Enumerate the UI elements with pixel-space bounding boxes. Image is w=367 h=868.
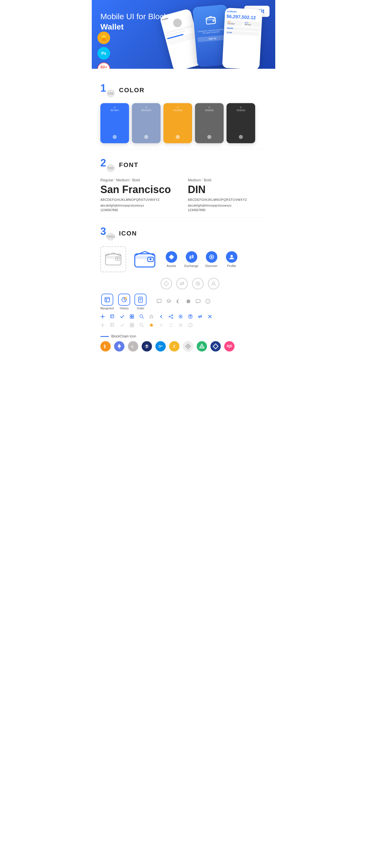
svg-point-58 (172, 314, 173, 316)
ltc-icon: Ł (128, 341, 138, 351)
color-section-num: 1 ONE (101, 83, 115, 97)
svg-point-59 (169, 316, 170, 317)
svg-text:D: D (159, 345, 161, 348)
svg-text:Z: Z (173, 344, 175, 348)
discover-icon (206, 251, 217, 263)
edit-outline-icon (110, 323, 115, 329)
svg-rect-48 (111, 315, 114, 318)
svg-marker-94 (187, 345, 189, 347)
svg-rect-30 (105, 297, 110, 302)
eth-svg (116, 343, 122, 349)
waves-svg (226, 343, 232, 349)
svg-marker-57 (150, 315, 153, 318)
svg-rect-35 (139, 297, 142, 302)
chat-icon (157, 299, 162, 305)
blockchain-label-row: BlockChain Icon (101, 334, 266, 338)
blockchain-line (101, 336, 109, 337)
svg-text:i: i (190, 324, 191, 327)
svg-point-27 (196, 282, 200, 286)
font-section-num: 2 TWO (101, 158, 115, 172)
svg-point-77 (140, 323, 143, 326)
svg-marker-40 (167, 299, 171, 301)
eth-icon (114, 341, 124, 351)
color-swatch-blue: #3574FA (101, 103, 129, 143)
speech-bubble-icon (196, 299, 201, 305)
layers-icon (166, 299, 171, 305)
svg-marker-22 (169, 254, 174, 259)
assets-icon-item: Assets (163, 251, 179, 268)
color-swatch-slate: #8DA0C8 (132, 103, 161, 143)
ltc-svg: Ł (130, 343, 136, 349)
svg-text:i: i (207, 300, 208, 303)
hero-badges: Ps 60+ Screens (97, 32, 110, 69)
cross-outline-icon (178, 323, 183, 329)
svg-point-25 (230, 255, 233, 257)
svg-rect-75 (130, 326, 132, 327)
back-outline-icon (159, 323, 163, 329)
discover-svg (208, 254, 215, 260)
order-svg (137, 297, 144, 303)
diamond-icon (210, 341, 221, 351)
svg-rect-42 (196, 299, 200, 303)
profile-outline-svg (211, 281, 217, 286)
crypto-icons-row: ₿ Ł D (101, 341, 266, 351)
font-grid: Regular ' Medium ' Bold San Francisco AB… (101, 178, 266, 212)
exchange-outline-svg (179, 281, 185, 286)
svg-line-62 (170, 317, 172, 318)
management-icons-row: Mangment History (101, 293, 266, 310)
assets-icon (166, 251, 177, 263)
svg-rect-14 (106, 254, 121, 265)
svg-text:Ł: Ł (132, 345, 134, 349)
svg-rect-15 (106, 256, 121, 259)
color-swatch-dark: #303030 (227, 103, 255, 143)
history-svg (121, 297, 127, 303)
info-icon: i (205, 299, 210, 305)
btc-svg: ₿ (102, 343, 109, 349)
search-outline-icon (139, 323, 144, 329)
svg-point-60 (172, 317, 173, 318)
wallet-hero-icon (205, 16, 216, 25)
ark-svg (199, 343, 205, 349)
nav-icons-filled: Assets Exchange (163, 251, 239, 268)
svg-point-28 (197, 283, 198, 284)
qr-icon (130, 314, 134, 320)
wallet-icon-guidelines (101, 246, 126, 272)
profile-icon-outline (208, 278, 219, 289)
svg-point-41 (187, 299, 190, 303)
main-content: 1 ONE COLOR #3574FA #8DA0C8 #F5A623 #666… (92, 69, 275, 360)
wallet-icon-filled (132, 246, 158, 272)
btc-icon: ₿ (101, 341, 111, 351)
svg-rect-74 (132, 323, 134, 325)
exchange-icon-outline (176, 278, 188, 289)
svg-rect-39 (157, 299, 162, 302)
discover-outline-svg (195, 281, 201, 286)
nav-svg (144, 343, 150, 349)
history-icon-item: History (118, 293, 130, 310)
svg-rect-51 (130, 315, 132, 316)
nav-icon (142, 341, 152, 351)
utility-icons-outline-row: i (101, 323, 266, 329)
ps-badge: Ps (97, 47, 110, 60)
arrows-icon (169, 323, 173, 329)
discover-icon-outline (192, 278, 204, 289)
wallet-filled-svg (133, 249, 156, 269)
qr-outline-icon (130, 323, 134, 329)
info-outline-icon: i (188, 323, 193, 329)
history-icon (118, 293, 130, 306)
assets-svg (168, 254, 175, 260)
circle-icon (186, 299, 191, 305)
svg-marker-26 (164, 281, 169, 286)
assets-icon-outline (161, 278, 172, 289)
svg-rect-53 (130, 317, 132, 318)
hero-section: Mobile UI for Blockchain Wallet UI Kit P… (92, 0, 275, 69)
waves-icon (224, 341, 234, 351)
svg-marker-79 (150, 323, 153, 327)
svg-rect-9 (213, 20, 215, 22)
sketch-icon (100, 34, 108, 41)
dash-icon: D (156, 341, 166, 351)
check-outline-icon (120, 323, 124, 329)
svg-line-56 (142, 317, 143, 318)
management-svg (104, 297, 110, 303)
color-swatch-orange: #F5A623 (163, 103, 192, 143)
icon-section-header: 3 THREE ICON (101, 226, 266, 241)
